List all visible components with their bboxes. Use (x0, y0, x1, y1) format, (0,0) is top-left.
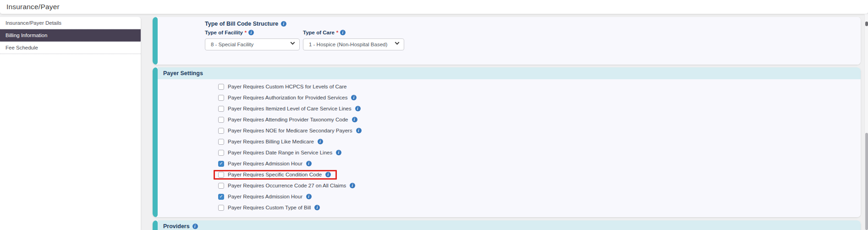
checkbox[interactable] (218, 117, 224, 123)
checkbox-row-inner: Payer Requires Attending Provider Taxono… (214, 115, 363, 125)
bill-code-structure-title: Type of Bill Code Structure (205, 21, 278, 27)
info-icon[interactable]: i (325, 172, 331, 177)
info-icon[interactable]: i (306, 161, 312, 166)
card-accent-bar (153, 220, 158, 230)
check-icon: ✓ (220, 161, 223, 166)
type-of-care-field: Type of Care * i 1 - Hospice (Non-Hospit… (303, 29, 404, 50)
type-of-care-select[interactable]: 1 - Hospice (Non-Hospital Based) (303, 38, 404, 50)
info-icon[interactable]: i (318, 139, 323, 144)
main-content: Type of Bill Code Structure i Type of Fa… (153, 17, 861, 230)
settings-sidebar: Insurance/Payer Details Billing Informat… (0, 17, 141, 230)
info-icon[interactable]: i (281, 21, 286, 27)
type-of-facility-value: 8 - Special Facility (211, 42, 253, 47)
checkbox[interactable] (218, 205, 224, 211)
checkbox-row: Payer Requires Custom HCPCS for Levels o… (218, 81, 861, 92)
checkbox-row: Payer Requires Occurrence Code 27 on All… (218, 180, 861, 191)
sidebar-item-fee-schedule[interactable]: Fee Schedule (0, 42, 141, 54)
scrollbar-thumb[interactable] (865, 22, 868, 26)
checkbox-row-inner: Payer Requires Date Range in Service Lin… (214, 148, 347, 158)
payer-settings-checkbox-list: Payer Requires Custom HCPCS for Levels o… (158, 79, 861, 213)
checkbox-label[interactable]: Payer Requires Authorization for Provide… (228, 95, 347, 100)
info-icon[interactable]: i (356, 128, 362, 133)
checkbox[interactable] (218, 106, 224, 112)
checkbox-label[interactable]: Payer Requires Date Range in Service Lin… (228, 150, 332, 155)
payer-settings-title: Payer Settings (163, 70, 203, 77)
sidebar-item-label: Billing Information (5, 33, 47, 38)
checkbox[interactable] (218, 172, 224, 178)
checkbox-row-inner: Payer Requires Itemized Level of Care Se… (214, 104, 367, 114)
checkbox-label[interactable]: Payer Requires Attending Provider Taxono… (228, 117, 348, 122)
checkbox-row-inner: Payer Requires NOE for Medicare Secondar… (214, 126, 368, 136)
checkbox-label[interactable]: Payer Requires Custom HCPCS for Levels o… (228, 84, 347, 89)
vertical-scrollbar-track[interactable] (864, 14, 868, 230)
info-icon[interactable]: i (336, 150, 341, 155)
checkbox-label[interactable]: Payer Requires Admission Hour (228, 161, 302, 166)
chevron-down-icon (395, 40, 400, 45)
info-icon[interactable]: i (248, 30, 254, 35)
checkbox-label[interactable]: Payer Requires Admission Hour (228, 194, 302, 199)
info-icon[interactable]: i (355, 106, 361, 111)
checkbox-label[interactable]: Payer Requires Itemized Level of Care Se… (228, 106, 352, 111)
checkbox[interactable] (218, 95, 224, 101)
type-of-facility-label: Type of Facility (205, 30, 243, 35)
checkbox[interactable] (218, 84, 224, 90)
checkbox[interactable] (218, 128, 224, 134)
info-icon[interactable]: i (340, 30, 346, 35)
info-icon[interactable]: i (350, 183, 355, 188)
checkbox-row-inner: ✓ Payer Requires Admission Hour i (214, 192, 318, 202)
checkbox-row-inner: Payer Requires Custom Type of Bill i (214, 203, 326, 213)
checkbox[interactable] (218, 150, 224, 156)
checkbox-row-inner: Payer Requires Occurrence Code 27 on All… (214, 181, 361, 191)
card-accent-bar (153, 67, 158, 217)
bill-code-structure-card: Type of Bill Code Structure i Type of Fa… (153, 17, 861, 65)
info-icon[interactable]: i (351, 95, 357, 100)
scrollbar-thumb[interactable] (865, 133, 868, 230)
checkbox-row-inner: Payer Requires Custom HCPCS for Levels o… (214, 82, 353, 92)
checkbox-row: Payer Requires NOE for Medicare Secondar… (218, 125, 861, 136)
info-icon[interactable]: i (306, 194, 312, 199)
checkbox-row-highlighted: Payer Requires Specific Condition Code i (218, 169, 861, 180)
checkbox-row: ✓ Payer Requires Admission Hour i (218, 158, 861, 169)
info-icon[interactable]: i (352, 117, 357, 122)
checkbox-row: Payer Requires Date Range in Service Lin… (218, 147, 861, 158)
checkbox-row-inner: Payer Requires Billing Like Medicare i (214, 137, 329, 147)
checkbox-row: ✓ Payer Requires Admission Hour i (218, 191, 861, 202)
checkbox-label[interactable]: Payer Requires NOE for Medicare Secondar… (228, 128, 352, 133)
page-title: Insurance/Payer (6, 3, 60, 11)
checkbox[interactable]: ✓ (218, 161, 224, 167)
required-asterisk: * (336, 30, 338, 35)
checkbox-row-inner: Payer Requires Specific Condition Code i (214, 170, 337, 180)
providers-card: Providers i (153, 220, 861, 230)
info-icon[interactable]: i (192, 224, 198, 229)
chevron-down-icon (291, 40, 295, 45)
sidebar-item-billing-information[interactable]: Billing Information (0, 29, 141, 42)
type-of-facility-select[interactable]: 8 - Special Facility (205, 38, 300, 50)
checkbox-row: Payer Requires Authorization for Provide… (218, 92, 861, 103)
checkbox-label[interactable]: Payer Requires Billing Like Medicare (228, 139, 314, 144)
providers-title: Providers (163, 223, 190, 230)
checkbox[interactable] (218, 139, 224, 145)
checkbox-label[interactable]: Payer Requires Specific Condition Code (228, 172, 322, 177)
type-of-care-label: Type of Care (303, 30, 335, 35)
app-header: Insurance/Payer (0, 0, 868, 14)
checkbox[interactable] (218, 183, 224, 189)
required-asterisk: * (245, 30, 247, 35)
checkbox-label[interactable]: Payer Requires Occurrence Code 27 on All… (228, 183, 346, 188)
checkbox-row: Payer Requires Custom Type of Bill i (218, 202, 861, 213)
checkbox[interactable]: ✓ (218, 194, 224, 200)
card-accent-bar (153, 17, 158, 65)
checkbox-row: Payer Requires Attending Provider Taxono… (218, 114, 861, 125)
type-of-facility-field: Type of Facility * i 8 - Special Facilit… (205, 29, 300, 50)
sidebar-item-insurance-payer-details[interactable]: Insurance/Payer Details (0, 17, 141, 29)
sidebar-item-label: Insurance/Payer Details (5, 20, 61, 26)
checkbox-row-inner: ✓ Payer Requires Admission Hour i (214, 159, 318, 169)
payer-settings-card: Payer Settings Payer Requires Custom HCP… (153, 67, 861, 217)
check-icon: ✓ (220, 194, 223, 199)
checkbox-row: Payer Requires Billing Like Medicare i (218, 136, 861, 147)
checkbox-row-inner: Payer Requires Authorization for Provide… (214, 93, 363, 103)
sidebar-item-label: Fee Schedule (5, 45, 38, 50)
type-of-care-value: 1 - Hospice (Non-Hospital Based) (309, 42, 387, 47)
info-icon[interactable]: i (314, 205, 320, 210)
checkbox-label[interactable]: Payer Requires Custom Type of Bill (228, 205, 311, 210)
checkbox-row: Payer Requires Itemized Level of Care Se… (218, 103, 861, 114)
